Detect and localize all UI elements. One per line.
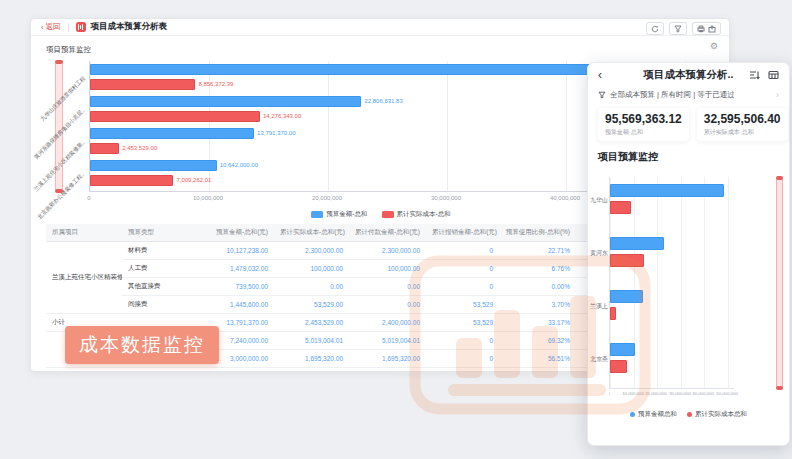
ratio-cell[interactable]: 6.76% bbox=[499, 259, 576, 277]
panel-chart-legend: 预算金额总和累计实际成本总和 bbox=[588, 410, 789, 419]
panel-bar-budget-0[interactable] bbox=[610, 184, 724, 197]
bar-actual-1[interactable] bbox=[90, 111, 260, 122]
mobile-preview-panel: ‹ 项目成本预算分析.. 全部成本预算 | 所有时间 | 等于已通过 › 95,… bbox=[587, 62, 790, 446]
print-export-button[interactable] bbox=[692, 22, 721, 35]
bar-budget-0[interactable] bbox=[90, 64, 665, 75]
paid-cell[interactable]: 0.00 bbox=[349, 295, 426, 313]
actual-cell[interactable]: 2,300,000.00 bbox=[274, 241, 349, 259]
stat-card-actual[interactable]: 32,595,506.40 累计实际成本·总和 bbox=[697, 108, 788, 141]
x-tick-label: 10,000,000 bbox=[193, 195, 223, 201]
ratio-cell[interactable]: 69.32% bbox=[499, 331, 576, 349]
budget-cell[interactable]: 1,445,600.00 bbox=[202, 295, 274, 313]
funnel-icon bbox=[598, 91, 606, 99]
toolbar bbox=[646, 22, 721, 35]
budget-cell[interactable]: 10,127,238.00 bbox=[202, 241, 274, 259]
actual-cell[interactable]: 53,529.00 bbox=[274, 295, 349, 313]
legend-swatch-icon bbox=[382, 211, 394, 218]
paid-cell[interactable]: 100,000.00 bbox=[349, 259, 426, 277]
reimburse-cell[interactable]: 0 bbox=[426, 241, 499, 259]
filter-icon bbox=[674, 25, 682, 33]
panel-x-tick-label: 50,000,000 bbox=[716, 391, 738, 395]
panel-x-tick-label: 0 bbox=[609, 391, 610, 395]
panel-stats: 95,569,363.12 预算金额·总和 32,595,506.40 累计实际… bbox=[588, 100, 789, 141]
report-app-icon bbox=[76, 22, 86, 32]
panel-section-title: 项目预算监控 bbox=[588, 141, 789, 164]
panel-legend-item-budget[interactable]: 预算金额总和 bbox=[630, 410, 677, 419]
filter-button[interactable] bbox=[669, 22, 687, 35]
paid-cell[interactable]: 0.00 bbox=[349, 277, 426, 295]
actual-cell[interactable]: 1,695,320.00 bbox=[274, 349, 349, 367]
reimburse-cell[interactable]: 53,529 bbox=[426, 313, 499, 331]
ratio-cell[interactable]: 33.17% bbox=[499, 313, 576, 331]
stat-value: 32,595,506.40 bbox=[704, 112, 781, 126]
paid-cell[interactable]: 1,695,320.00 bbox=[349, 349, 426, 367]
legend-item-actual[interactable]: 累计实际成本-总和 bbox=[382, 210, 451, 219]
back-button[interactable]: ‹ 返回 bbox=[41, 22, 61, 32]
bar-value-label: 14,276,343.00 bbox=[263, 111, 301, 122]
ratio-cell[interactable]: 0.00% bbox=[499, 277, 576, 295]
reimburse-cell[interactable]: 0 bbox=[426, 259, 499, 277]
bar-actual-0[interactable] bbox=[90, 79, 195, 90]
ratio-cell[interactable]: 56.51% bbox=[499, 349, 576, 367]
actual-cell[interactable]: 2,453,529.00 bbox=[274, 313, 349, 331]
ratio-cell[interactable]: 3.70% bbox=[499, 295, 576, 313]
scrollbar-handle-top[interactable] bbox=[776, 176, 783, 180]
reimburse-cell[interactable]: 0 bbox=[426, 331, 499, 349]
stat-card-budget[interactable]: 95,569,363.12 预算金额·总和 bbox=[598, 108, 689, 141]
panel-chart-scrollbar[interactable] bbox=[776, 177, 783, 389]
panel-category-label: 北京燕.. bbox=[590, 355, 608, 364]
reimburse-cell[interactable]: 53,529 bbox=[426, 295, 499, 313]
panel-bar-budget-2[interactable] bbox=[610, 290, 643, 303]
chevron-right-icon: › bbox=[776, 90, 779, 100]
stat-label: 预算金额·总和 bbox=[605, 128, 682, 137]
gear-icon[interactable]: ⚙ bbox=[710, 42, 718, 51]
table-header-cell: 预算金额-总和(元) bbox=[202, 224, 274, 241]
table-grid-icon[interactable] bbox=[768, 70, 779, 80]
budget-cell[interactable]: 739,500.00 bbox=[202, 277, 274, 295]
bar-actual-3[interactable] bbox=[90, 175, 173, 186]
ratio-cell[interactable]: 22.71% bbox=[499, 241, 576, 259]
refresh-icon bbox=[651, 25, 659, 33]
panel-bar-actual-0[interactable] bbox=[610, 201, 631, 214]
table-header-cell: 累计报销金额-总和(元) bbox=[426, 224, 499, 241]
paid-cell[interactable]: 5,019,004.01 bbox=[349, 331, 426, 349]
bar-budget-3[interactable] bbox=[90, 160, 217, 171]
stat-label: 累计实际成本·总和 bbox=[704, 128, 781, 137]
actual-cell[interactable]: 5,019,004.01 bbox=[274, 331, 349, 349]
bar-budget-1[interactable] bbox=[90, 96, 361, 107]
legend-dot-icon bbox=[630, 412, 635, 417]
panel-bar-actual-1[interactable] bbox=[610, 254, 644, 267]
table-header-cell: 所属项目 bbox=[46, 224, 122, 241]
x-tick-label: 20,000,000 bbox=[312, 195, 342, 201]
legend-item-budget[interactable]: 预算金额-总和 bbox=[311, 210, 367, 219]
table-header-cell: 累计付款金额-总和(元) bbox=[349, 224, 426, 241]
back-label: 返回 bbox=[46, 22, 61, 32]
actual-cell[interactable]: 100,000.00 bbox=[274, 259, 349, 277]
panel-legend-item-actual[interactable]: 累计实际成本总和 bbox=[687, 410, 747, 419]
panel-x-tick-label: 30,000,000 bbox=[669, 391, 691, 395]
panel-back-icon[interactable]: ‹ bbox=[598, 69, 602, 81]
refresh-button[interactable] bbox=[646, 22, 664, 35]
paid-cell[interactable]: 2,400,000.00 bbox=[349, 313, 426, 331]
bar-actual-2[interactable] bbox=[90, 143, 119, 154]
panel-bar-actual-3[interactable] bbox=[610, 360, 627, 373]
chart-section-title: 项目预算监控 bbox=[46, 45, 91, 55]
stat-value: 95,569,363.12 bbox=[605, 112, 682, 126]
sort-list-icon[interactable] bbox=[749, 70, 760, 80]
reimburse-cell[interactable]: 0 bbox=[426, 349, 499, 367]
main-chart-category-labels: 九华山庄旅游度假村工程黄河东路保障房项目小高层..兰溪上苑住宅小区精装修第..北… bbox=[31, 61, 87, 192]
panel-bar-actual-2[interactable] bbox=[610, 307, 616, 320]
bar-value-label: 7,009,262.01 bbox=[176, 175, 211, 186]
bar-budget-2[interactable] bbox=[90, 128, 254, 139]
budget-cell[interactable]: 1,479,032.00 bbox=[202, 259, 274, 277]
panel-bar-budget-1[interactable] bbox=[610, 237, 664, 250]
panel-filter-bar[interactable]: 全部成本预算 | 所有时间 | 等于已通过 › bbox=[588, 87, 789, 100]
panel-bar-budget-3[interactable] bbox=[610, 343, 635, 356]
scrollbar-handle-bottom[interactable] bbox=[776, 386, 783, 390]
actual-cell[interactable]: 0.00 bbox=[274, 277, 349, 295]
x-tick-label: 30,000,000 bbox=[431, 195, 461, 201]
reimburse-cell[interactable]: 0 bbox=[426, 277, 499, 295]
page-title: 项目成本预算分析表 bbox=[91, 21, 168, 33]
paid-cell[interactable]: 2,300,000.00 bbox=[349, 241, 426, 259]
x-tick-label: 40,000,000 bbox=[550, 195, 580, 201]
